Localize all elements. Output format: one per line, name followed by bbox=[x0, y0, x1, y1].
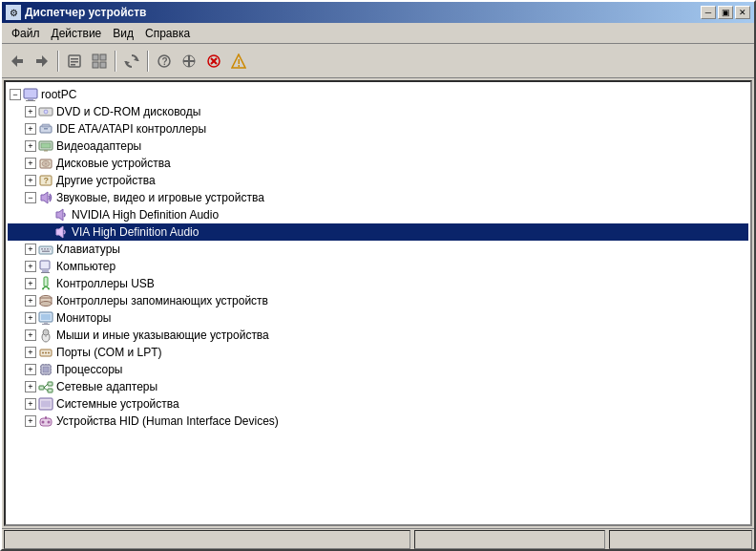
svg-line-90 bbox=[44, 388, 48, 391]
expand-netadapters[interactable]: + bbox=[25, 381, 36, 392]
expand-sysdevices[interactable]: + bbox=[25, 398, 36, 410]
action2-button[interactable] bbox=[202, 50, 225, 73]
restore-button[interactable]: ▣ bbox=[718, 6, 733, 19]
svg-point-69 bbox=[42, 352, 44, 354]
svg-line-89 bbox=[44, 384, 48, 388]
expand-disk[interactable]: + bbox=[25, 158, 36, 169]
svg-point-28 bbox=[45, 111, 46, 112]
svg-rect-9 bbox=[100, 62, 106, 68]
cpu-icon bbox=[38, 362, 53, 377]
nvidia-label: NVIDIA High Definition Audio bbox=[72, 208, 219, 222]
dvd-icon bbox=[38, 104, 53, 119]
action1-button[interactable] bbox=[178, 50, 200, 73]
computer-small-icon bbox=[38, 259, 53, 274]
expand-storage[interactable]: + bbox=[25, 295, 36, 307]
menu-action[interactable]: Действие bbox=[46, 25, 108, 42]
tree-view[interactable]: − rootPC + bbox=[4, 80, 752, 526]
tree-item-storage[interactable]: + Контроллеры запоминающих устройств bbox=[8, 292, 748, 309]
svg-rect-8 bbox=[93, 62, 98, 68]
toolbar: ? bbox=[2, 44, 754, 78]
menu-view[interactable]: Вид bbox=[107, 25, 139, 42]
root-label: rootPC bbox=[41, 88, 76, 101]
tree-item-audio-group[interactable]: − Звуковые, видео и игровые устройства bbox=[8, 189, 748, 206]
nvidia-icon bbox=[53, 207, 69, 223]
svg-rect-31 bbox=[44, 128, 48, 130]
minimize-button[interactable]: ─ bbox=[701, 6, 716, 19]
device-manager-window: ⚙ Диспетчер устройств ─ ▣ ✕ Файл Действи… bbox=[0, 0, 756, 551]
usb-icon bbox=[38, 276, 53, 291]
tree-item-sysdevices[interactable]: + Системные устройства bbox=[8, 395, 748, 413]
status-pane-1 bbox=[4, 530, 410, 549]
svg-rect-51 bbox=[41, 272, 50, 273]
menu-file[interactable]: Файл bbox=[6, 25, 46, 42]
usb-label: Контроллеры USB bbox=[56, 277, 155, 290]
help-button[interactable]: ? bbox=[153, 50, 176, 73]
expand-computer[interactable]: + bbox=[25, 261, 36, 272]
status-pane-2 bbox=[414, 530, 605, 549]
expand-dvd[interactable]: + bbox=[25, 106, 36, 117]
tree-item-via[interactable]: VIA High Definition Audio bbox=[8, 223, 748, 241]
expand-root[interactable]: − bbox=[10, 89, 21, 100]
expand-hid[interactable]: + bbox=[25, 415, 36, 427]
hid-label: Устройства HID (Human Interface Devices) bbox=[56, 414, 279, 428]
svg-rect-50 bbox=[42, 270, 49, 272]
expand-monitors[interactable]: + bbox=[25, 312, 36, 324]
svg-marker-11 bbox=[124, 61, 130, 65]
svg-rect-49 bbox=[40, 261, 50, 269]
status-pane-3 bbox=[609, 530, 752, 549]
tree-item-monitors[interactable]: + Мониторы bbox=[8, 309, 748, 327]
tree-item-computer[interactable]: + Компьютер bbox=[8, 258, 748, 275]
expand-ports[interactable]: + bbox=[25, 347, 36, 358]
tree-item-root[interactable]: − rootPC bbox=[8, 86, 748, 103]
tree-item-mice[interactable]: + Мыши и иные указывающие устройства bbox=[8, 327, 748, 344]
video-label: Видеоадаптеры bbox=[56, 139, 141, 153]
expand-ide[interactable]: + bbox=[25, 123, 36, 135]
tree-item-keyboard[interactable]: + Клавиатуры bbox=[8, 241, 748, 258]
tree-item-hid[interactable]: + Устройства HID (Human Interface Device… bbox=[8, 413, 748, 430]
tree-item-video[interactable]: + Видеоадаптеры bbox=[8, 138, 748, 155]
expand-keyboard[interactable]: + bbox=[25, 244, 36, 255]
svg-rect-62 bbox=[44, 322, 48, 324]
ide-label: IDE ATA/ATAPI контроллеры bbox=[56, 122, 206, 136]
svg-point-56 bbox=[48, 288, 50, 290]
tree-item-processors[interactable]: + bbox=[8, 361, 748, 378]
expand-other[interactable]: + bbox=[25, 175, 36, 186]
menubar: Файл Действие Вид Справка bbox=[2, 23, 754, 44]
menu-help[interactable]: Справка bbox=[139, 25, 196, 42]
back-button[interactable] bbox=[6, 50, 29, 73]
expand-processors[interactable]: + bbox=[25, 364, 36, 375]
svg-marker-41 bbox=[56, 209, 63, 221]
other-label: Другие устройства bbox=[56, 174, 156, 187]
svg-text:?: ? bbox=[44, 176, 50, 185]
tree-item-usb[interactable]: + Контроллеры USB bbox=[8, 275, 748, 292]
svg-rect-30 bbox=[42, 124, 50, 127]
toolbar-sep-1 bbox=[57, 51, 59, 72]
svg-rect-87 bbox=[48, 382, 52, 386]
expand-video[interactable]: + bbox=[25, 140, 36, 152]
expand-audio-group[interactable]: − bbox=[25, 192, 36, 203]
expand-usb[interactable]: + bbox=[25, 278, 36, 289]
tree-item-other[interactable]: + ? Другие устройства bbox=[8, 172, 748, 189]
action3-button[interactable] bbox=[227, 50, 250, 73]
statusbar bbox=[2, 528, 754, 549]
net-icon bbox=[38, 379, 53, 394]
forward-button[interactable] bbox=[31, 50, 53, 73]
properties-button[interactable] bbox=[63, 50, 86, 73]
refresh-button[interactable] bbox=[120, 50, 143, 73]
close-button[interactable]: ✕ bbox=[735, 6, 750, 19]
svg-point-97 bbox=[42, 421, 45, 424]
tree-item-dvd[interactable]: + DVD и CD-ROM дисководы bbox=[8, 103, 748, 120]
svg-rect-73 bbox=[43, 367, 49, 372]
view-button[interactable] bbox=[88, 50, 111, 73]
tree-item-disk[interactable]: + Дисковые устройства bbox=[8, 155, 748, 172]
tree-item-ports[interactable]: + Порты (COM и LPT) bbox=[8, 344, 748, 361]
expand-mice[interactable]: + bbox=[25, 329, 36, 341]
tree-item-nvidia[interactable]: NVIDIA High Definition Audio bbox=[8, 206, 748, 223]
tree-item-netadapters[interactable]: + Сетевые адаптеры bbox=[8, 378, 748, 395]
tree-item-ide[interactable]: + IDE ATA/ATAPI контроллеры bbox=[8, 120, 748, 138]
svg-rect-99 bbox=[45, 416, 47, 419]
toolbar-sep-3 bbox=[147, 51, 149, 72]
svg-point-71 bbox=[48, 352, 50, 354]
sys-icon bbox=[38, 396, 53, 412]
sysdevices-label: Системные устройства bbox=[56, 397, 179, 411]
